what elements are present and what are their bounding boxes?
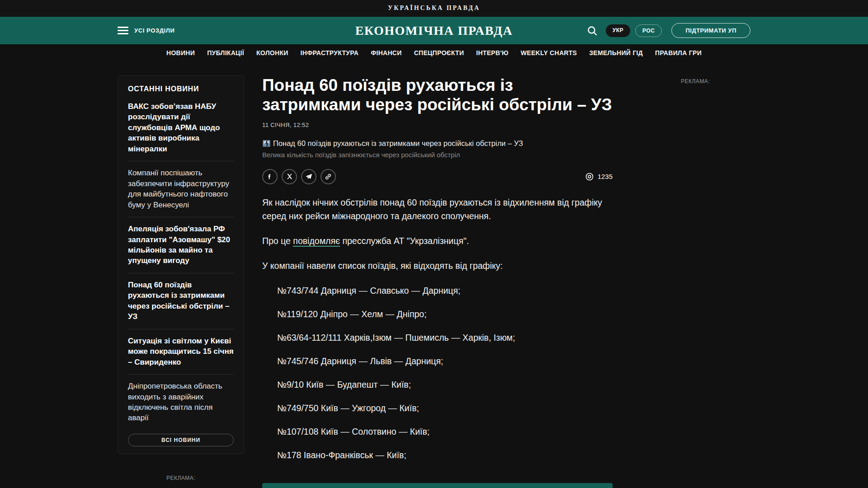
nav-item[interactable]: СПЕЦПРОЄКТИ xyxy=(414,49,464,56)
nav-item[interactable]: WEEKLY CHARTS xyxy=(521,49,577,56)
sidebar-news-item[interactable]: Понад 60 поїздів рухаються із затримками… xyxy=(128,273,234,329)
paragraph: Як наслідок нічних обстрілів понад 60 по… xyxy=(262,196,613,223)
top-brand-bar: УКРАЇНСЬКА ПРАВДА xyxy=(0,0,868,17)
article-date: 11 СІЧНЯ, 12:52 xyxy=(262,122,613,128)
image-alt-text: Понад 60 поїздів рухаються із затримками… xyxy=(273,139,523,148)
train-list-item: №9/10 Київ — Будапешт — Київ; xyxy=(262,380,613,390)
facebook-icon[interactable] xyxy=(262,169,278,184)
copy-link-icon[interactable] xyxy=(321,169,336,184)
broken-image-icon xyxy=(262,139,271,148)
train-list-item: №743/744 Дарниця — Славсько — Дарниця; xyxy=(262,286,613,296)
all-news-button[interactable]: ВСІ НОВИНИ xyxy=(128,434,234,446)
train-list: №743/744 Дарниця — Славсько — Дарниця;№1… xyxy=(262,286,613,460)
nav-item[interactable]: НОВИНИ xyxy=(166,49,195,56)
eye-icon xyxy=(585,172,594,182)
bottom-banner xyxy=(262,483,613,488)
main-navigation: НОВИНИПУБЛІКАЦІЇКОЛОНКИІНФРАСТРУКТУРАФІН… xyxy=(0,44,868,62)
paragraph-text: пресслужба АТ "Укрзалізниця". xyxy=(340,236,469,246)
image-caption: Велика кількість поїздів запізнюється че… xyxy=(262,151,613,159)
sidebar-news-item[interactable]: Дніпропетровська область виходить з авар… xyxy=(128,374,234,430)
train-list-item: №107/108 Київ — Солотвино — Київ; xyxy=(262,427,613,437)
train-list-item: №745/746 Дарниця — Львів — Дарниця; xyxy=(262,356,613,366)
views-count: 1235 xyxy=(598,173,613,180)
sidebar-ad-label: РЕКЛАМА: xyxy=(118,475,244,481)
latest-news-sidebar: ОСТАННІ НОВИНИ ВАКС зобов’язав НАБУ розс… xyxy=(118,75,244,481)
language-option[interactable]: РОС xyxy=(635,24,662,37)
search-icon[interactable] xyxy=(585,24,599,38)
site-logo[interactable]: ЕКОНОМІЧНА ПРАВДА xyxy=(355,23,513,38)
nav-item[interactable]: КОЛОНКИ xyxy=(256,49,288,56)
nav-item[interactable]: ІНТЕРВ'Ю xyxy=(476,49,509,56)
telegram-icon[interactable] xyxy=(301,169,316,184)
nav-item[interactable]: ПРАВИЛА ГРИ xyxy=(655,49,702,56)
site-header: УСІ РОЗДІЛИ ЕКОНОМІЧНА ПРАВДА УКРРОС ПІД… xyxy=(0,17,868,44)
train-list-item: №178 Івано-Франківськ — Київ; xyxy=(262,450,613,460)
article-image-broken: Понад 60 поїздів рухаються із затримками… xyxy=(262,139,613,148)
ukrainska-pravda-link[interactable]: УКРАЇНСЬКА ПРАВДА xyxy=(388,5,480,12)
paragraph-text: Про це xyxy=(262,236,293,246)
paragraph: У компанії навели список поїздів, які ві… xyxy=(262,259,613,272)
language-option[interactable]: УКР xyxy=(606,24,630,37)
all-sections-menu-button[interactable]: УСІ РОЗДІЛИ xyxy=(118,27,175,34)
train-list-item: №119/120 Дніпро — Хелм — Дніпро; xyxy=(262,309,613,319)
sidebar-news-item[interactable]: Ситуація зі світлом у Києві може покращи… xyxy=(128,329,234,374)
hamburger-icon xyxy=(118,27,128,34)
right-ad-label: РЕКЛАМА: xyxy=(681,78,750,84)
train-list-item: №749/750 Київ — Ужгород — Київ; xyxy=(262,403,613,413)
nav-item[interactable]: ЗЕМЕЛЬНИЙ ГІД xyxy=(589,49,643,56)
sidebar-news-item[interactable]: Компанії поспішають забезпечити інфрастр… xyxy=(128,161,234,217)
paragraph: Про це повідомляє пресслужба АТ "Укрзалі… xyxy=(262,234,613,248)
source-link[interactable]: повідомляє xyxy=(293,236,340,247)
nav-item[interactable]: ФІНАНСИ xyxy=(371,49,401,56)
support-up-button[interactable]: ПІДТРИМАТИ УП xyxy=(671,23,750,38)
sidebar-news-item[interactable]: ВАКС зобов’язав НАБУ розслідувати дії сл… xyxy=(128,95,234,161)
sidebar-news-item[interactable]: Апеляція зобов'язала РФ заплатити "Азовм… xyxy=(128,217,234,273)
views-counter: 1235 xyxy=(585,172,613,182)
sidebar-title: ОСТАННІ НОВИНИ xyxy=(128,85,234,93)
share-row: 1235 xyxy=(262,169,613,184)
x-twitter-icon[interactable] xyxy=(282,169,297,184)
nav-item[interactable]: ПУБЛІКАЦІЇ xyxy=(207,49,244,56)
article: Понад 60 поїздів рухаються із затримками… xyxy=(262,75,613,488)
language-toggle: УКРРОС xyxy=(606,24,662,37)
article-title: Понад 60 поїздів рухаються із затримками… xyxy=(262,75,613,115)
right-ad-column: РЕКЛАМА: xyxy=(681,75,750,84)
train-list-item: №63/64-112/111 Харків,Ізюм — Пшемисль — … xyxy=(262,333,613,343)
menu-label: УСІ РОЗДІЛИ xyxy=(134,27,175,34)
nav-item[interactable]: ІНФРАСТРУКТУРА xyxy=(301,49,359,56)
